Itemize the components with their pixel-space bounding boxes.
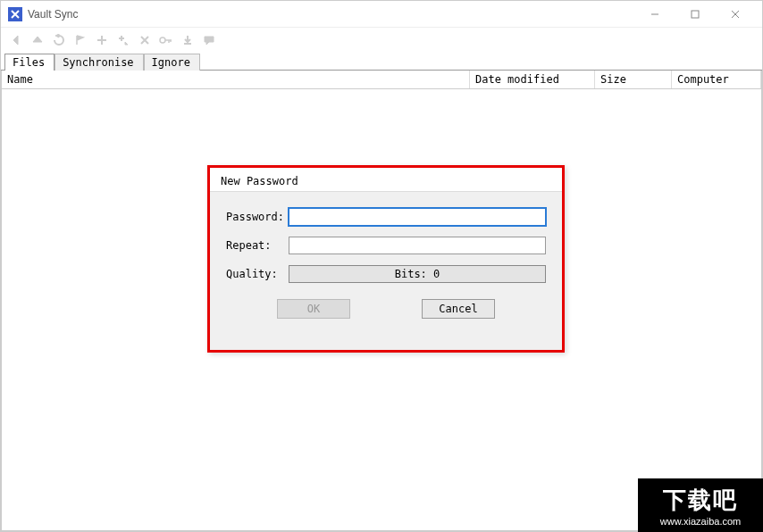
- file-list-area: New Password Password: Repeat: Quality: …: [1, 89, 762, 531]
- tab-files[interactable]: Files: [4, 54, 54, 71]
- window-title: Vault Sync: [28, 8, 634, 21]
- toolbar: [1, 28, 762, 53]
- password-input[interactable]: [289, 208, 546, 226]
- tabs: Files Synchronise Ignore: [1, 53, 762, 71]
- header-date[interactable]: Date modified: [470, 71, 595, 88]
- download-icon[interactable]: [178, 30, 197, 50]
- main-window: Vault Sync Files Synchronise Ignore Name…: [0, 0, 763, 532]
- svg-point-2: [160, 37, 165, 43]
- add-icon[interactable]: [92, 30, 112, 50]
- new-password-dialog: New Password Password: Repeat: Quality: …: [207, 165, 565, 353]
- refresh-icon[interactable]: [49, 30, 69, 50]
- repeat-input[interactable]: [289, 237, 546, 254]
- key-icon[interactable]: [156, 30, 176, 50]
- cancel-button[interactable]: Cancel: [422, 299, 495, 319]
- maximize-button[interactable]: [675, 2, 715, 27]
- chat-icon[interactable]: [199, 30, 219, 50]
- delete-icon[interactable]: [135, 30, 155, 50]
- minimize-button[interactable]: [634, 2, 675, 27]
- ok-button[interactable]: OK: [277, 299, 350, 319]
- repeat-label: Repeat:: [226, 239, 289, 252]
- watermark-url: www.xiazaiba.com: [660, 516, 741, 527]
- dialog-title: New Password: [210, 168, 562, 192]
- header-computer[interactable]: Computer: [672, 71, 761, 88]
- tab-synchronise[interactable]: Synchronise: [54, 54, 143, 71]
- app-icon: [8, 7, 22, 21]
- watermark-text: 下载吧: [663, 485, 738, 516]
- back-icon[interactable]: [6, 30, 26, 50]
- tab-ignore[interactable]: Ignore: [144, 54, 200, 71]
- quality-bar: Bits: 0: [289, 265, 546, 283]
- up-icon[interactable]: [28, 30, 47, 50]
- flag-icon[interactable]: [71, 30, 90, 50]
- column-headers: Name Date modified Size Computer: [1, 71, 762, 89]
- password-label: Password:: [226, 211, 289, 223]
- header-name[interactable]: Name: [2, 71, 470, 88]
- close-button[interactable]: [715, 2, 755, 27]
- svg-rect-1: [692, 11, 699, 18]
- quality-label: Quality:: [226, 268, 289, 280]
- titlebar: Vault Sync: [1, 1, 762, 28]
- header-size[interactable]: Size: [595, 71, 672, 88]
- watermark: 下载吧 www.xiazaiba.com: [638, 478, 763, 532]
- add-down-icon[interactable]: [113, 30, 133, 50]
